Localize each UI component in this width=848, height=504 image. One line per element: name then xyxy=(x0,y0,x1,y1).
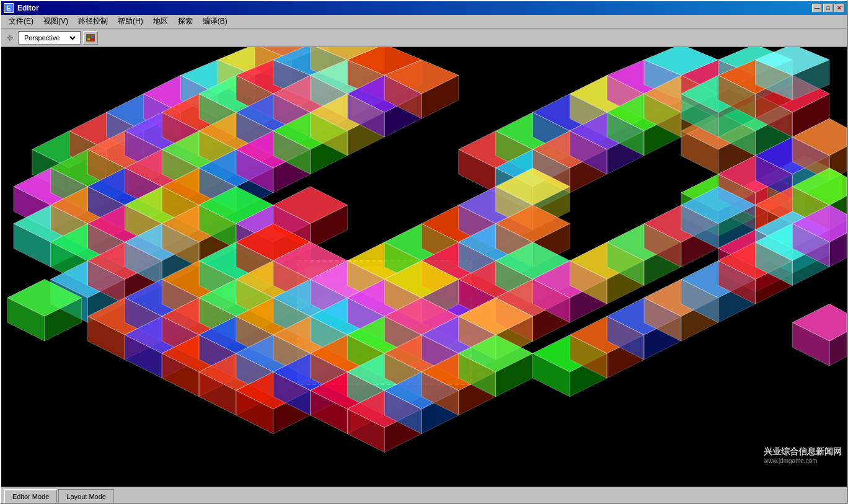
menu-file[interactable]: 文件(E) xyxy=(4,15,38,28)
svg-rect-1 xyxy=(87,35,90,38)
tab-editor-mode[interactable]: Editor Mode xyxy=(4,489,57,503)
menu-edit[interactable]: 编译(B) xyxy=(198,15,232,28)
watermark-area: 兴业综合信息新闻网 www.jdmgame.com xyxy=(759,444,847,467)
title-bar-buttons: — □ ✕ xyxy=(812,4,844,12)
window-title: Editor xyxy=(17,4,39,12)
close-button[interactable]: ✕ xyxy=(834,4,844,12)
svg-rect-2 xyxy=(91,35,94,38)
tab-layout-mode[interactable]: Layout Mode xyxy=(58,489,114,503)
menu-path[interactable]: 路径控制 xyxy=(73,15,113,28)
main-window: E Editor — □ ✕ 文件(E) 视图(V) 路径控制 帮助(H) 地区… xyxy=(0,0,848,504)
move-icon: ✛ xyxy=(4,32,16,44)
title-bar-text: E Editor xyxy=(4,3,812,13)
svg-rect-4 xyxy=(91,38,94,40)
watermark-subtext: www.jdmgame.com xyxy=(764,458,842,464)
maximize-button[interactable]: □ xyxy=(823,4,833,12)
menu-help[interactable]: 帮助(H) xyxy=(113,15,148,28)
perspective-select[interactable]: Perspective Top Front Side xyxy=(22,33,77,42)
scene-canvas: .box-top { opacity: 0.85; } .box-left { … xyxy=(1,47,847,487)
minimize-button[interactable]: — xyxy=(812,4,822,12)
toolbar: ✛ Perspective Top Front Side xyxy=(1,29,847,47)
title-bar: E Editor — □ ✕ xyxy=(1,1,847,15)
menu-explore[interactable]: 探索 xyxy=(173,15,198,28)
menu-view[interactable]: 视图(V) xyxy=(38,15,73,28)
menu-zone[interactable]: 地区 xyxy=(148,15,173,28)
app-icon: E xyxy=(4,3,14,13)
viewport[interactable]: .box-top { opacity: 0.85; } .box-left { … xyxy=(1,47,847,487)
perspective-dropdown[interactable]: Perspective Top Front Side xyxy=(19,31,81,45)
svg-rect-3 xyxy=(87,38,90,40)
status-bar: Editor Mode Layout Mode xyxy=(1,487,847,503)
map-button[interactable] xyxy=(83,31,98,45)
watermark-text: 兴业综合信息新闻网 xyxy=(764,446,842,458)
menu-bar: 文件(E) 视图(V) 路径控制 帮助(H) 地区 探索 编译(B) xyxy=(1,15,847,29)
